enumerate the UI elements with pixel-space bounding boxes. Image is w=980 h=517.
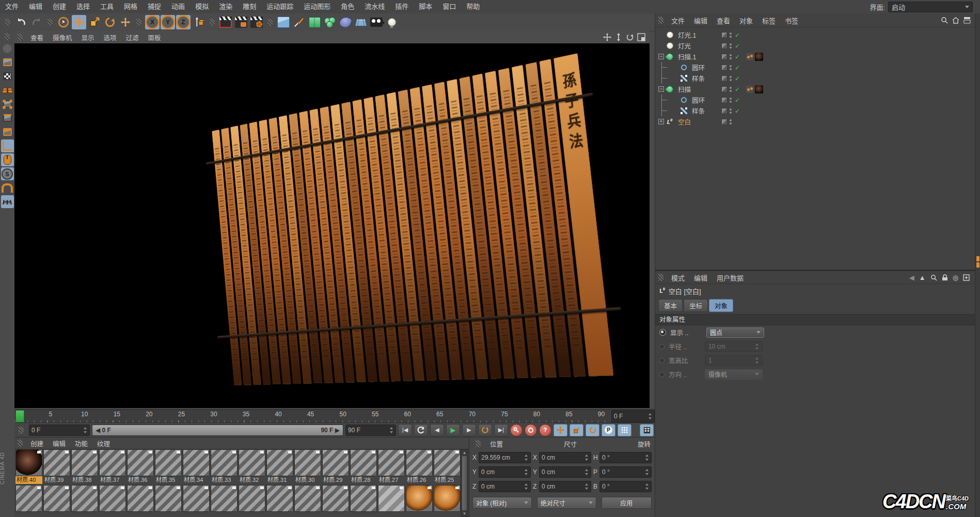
material-item[interactable] [294,485,321,512]
drag-handle[interactable] [136,19,141,26]
menu-item[interactable]: 编辑 [689,15,712,25]
layer-box[interactable] [721,86,728,92]
texture-mode-button[interactable] [1,70,14,83]
object-name[interactable]: 样条 [690,73,707,83]
rotate-view-icon[interactable] [626,33,634,41]
points-mode-button[interactable] [1,98,14,111]
material-item[interactable]: 材质.29 [322,449,349,484]
attribute-control[interactable]: 1 [705,355,763,366]
layer-box[interactable] [721,65,728,71]
new-panel-icon[interactable] [963,274,970,281]
material-label[interactable]: 材质.38 [71,476,98,484]
viewport-solo-button[interactable] [1,153,14,166]
material-item[interactable]: 材质.36 [127,449,154,484]
interface-dropdown[interactable]: 启动 [888,2,973,12]
material-item[interactable] [322,485,349,512]
key-radio[interactable] [659,344,665,349]
drag-handle[interactable] [658,274,663,281]
material-item[interactable] [406,485,433,512]
material-thumbnail[interactable] [99,449,126,476]
tag-icons[interactable] [746,85,763,93]
menu-item[interactable]: 文件 [0,0,24,13]
scale-tool[interactable] [87,15,102,29]
material-thumbnail[interactable] [406,485,433,512]
enable-axis-button[interactable] [1,139,14,152]
autokey-button[interactable] [525,424,537,436]
material-thumbnail[interactable] [322,485,349,512]
material-thumbnail[interactable] [294,449,321,476]
size-z-input[interactable]: 0 cm [539,481,591,492]
material-item[interactable] [127,485,154,512]
material-label[interactable]: 材质.28 [350,476,377,484]
render-settings-button[interactable] [249,15,264,29]
material-item[interactable]: 材质.34 [183,449,210,484]
object-name[interactable]: 空白 [676,117,693,127]
menu-item[interactable]: 书签 [780,15,803,25]
menu-item[interactable]: 动画 [166,0,190,13]
material-scrollbar[interactable]: ▲ ▼ [461,449,468,517]
record-keyframe-button[interactable] [510,424,523,436]
object-name[interactable]: 灯光 [676,41,693,51]
polygons-mode-button[interactable] [1,126,14,138]
size-y-input[interactable]: 0 cm [539,466,591,478]
range-start-field[interactable]: 0 F [29,425,90,436]
goto-start-button[interactable]: |◀ [398,424,412,436]
enabled-check[interactable]: ✓ [734,53,741,60]
lock-y-axis-button[interactable]: Y [161,15,175,29]
material-label[interactable]: 材质.37 [99,476,126,484]
toggle-view-icon[interactable] [637,33,645,41]
add-environment-button[interactable] [338,15,353,29]
material-thumbnail[interactable] [43,485,70,512]
visibility-dots[interactable] [730,54,732,59]
scroll-up-icon[interactable]: ▲ [463,450,467,455]
expand-toggle[interactable]: + [658,119,664,124]
step-forward-button[interactable]: ▶ [462,424,476,436]
coordinate-system-button[interactable] [192,15,206,29]
drag-handle[interactable] [476,440,481,447]
expand-toggle[interactable] [672,108,678,114]
live-selection-tool[interactable] [56,15,71,29]
history-up-icon[interactable]: ▲ [919,274,926,281]
material-tag-icon[interactable] [755,85,763,93]
material-thumbnail[interactable] [211,485,238,512]
material-thumbnail[interactable] [15,485,42,512]
material-thumbnail[interactable] [127,485,154,512]
material-label[interactable]: 材质.34 [183,476,210,484]
drag-handle[interactable] [48,19,53,26]
phong-tag-icon[interactable] [746,86,753,93]
material-thumbnail[interactable] [155,449,182,476]
redo-button[interactable] [29,15,44,29]
expand-toggle[interactable]: − [658,54,664,59]
visibility-dots[interactable] [730,108,732,114]
material-item[interactable] [71,485,98,512]
menu-item[interactable]: 文件 [667,15,689,25]
enabled-check[interactable]: ✓ [734,97,741,104]
coordinate-mode-dropdown[interactable]: 对象 (相对) [472,497,532,509]
material-label[interactable]: 材质.26 [406,476,433,484]
material-item[interactable]: 材质.28 [350,449,377,484]
material-thumbnail[interactable] [378,485,405,512]
history-back-icon[interactable]: ◀ [909,274,914,281]
menu-item[interactable]: 过滤 [121,33,144,42]
material-thumbnail[interactable] [266,449,293,476]
position-z-input[interactable]: 0 cm [479,481,531,492]
material-thumbnail[interactable] [155,485,182,512]
material-item[interactable] [183,485,210,512]
search-icon[interactable] [930,274,937,281]
key-parameter-toggle[interactable]: P [602,424,615,436]
tab-基本[interactable]: 基本 [658,299,683,312]
menu-item[interactable]: 查看 [26,33,48,42]
object-row[interactable]: 圆环 ✓ [655,95,975,105]
material-item[interactable] [434,485,461,512]
add-spline-button[interactable] [292,15,306,29]
material-item[interactable] [211,485,238,512]
panel-options-icon[interactable] [963,17,971,24]
material-thumbnail[interactable] [350,485,377,512]
object-row[interactable]: 圆环 ✓ [655,62,975,73]
material-item[interactable] [350,485,377,512]
expand-toggle[interactable] [658,43,664,49]
material-item[interactable]: 材质.26 [406,449,433,484]
material-thumbnail[interactable] [127,449,154,476]
search-icon[interactable] [941,17,948,24]
menu-item[interactable]: 显示 [77,33,99,42]
